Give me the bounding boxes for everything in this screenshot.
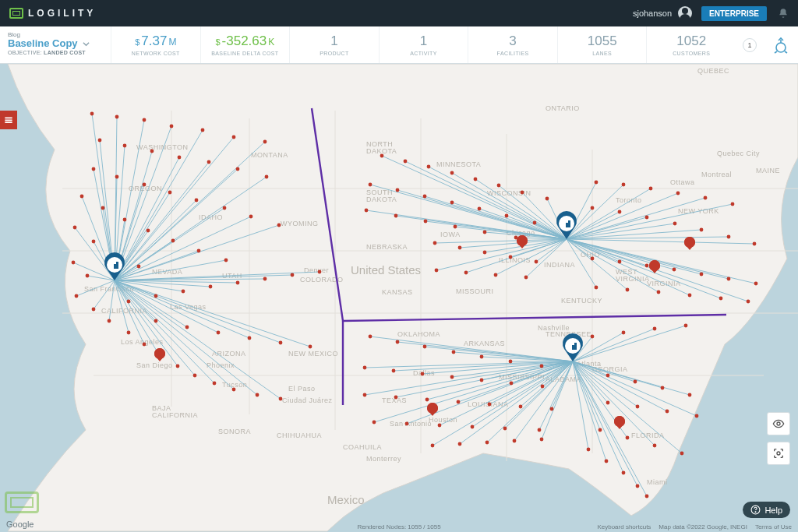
- svg-point-328: [727, 235, 731, 239]
- svg-point-256: [115, 175, 119, 179]
- svg-point-333: [676, 192, 680, 196]
- svg-point-291: [209, 285, 213, 289]
- metric-baseline-delta[interactable]: $-352.63K BASELINE DELTA COST: [200, 26, 290, 63]
- brand-name: LOGILITY: [28, 8, 96, 19]
- svg-point-396: [680, 452, 684, 456]
- svg-point-311: [396, 188, 400, 192]
- svg-point-301: [309, 345, 312, 349]
- logo-mark-icon: [9, 8, 23, 19]
- metric-network-cost[interactable]: $7.37M NETWORK COST: [111, 26, 200, 63]
- svg-point-336: [433, 241, 437, 245]
- svg-point-399: [622, 471, 626, 475]
- current-user[interactable]: sjohanson: [633, 9, 672, 18]
- svg-point-343: [645, 264, 649, 268]
- terms-link[interactable]: Terms of Use: [755, 523, 792, 530]
- metric-activity[interactable]: 1 ACTIVITY: [379, 26, 468, 63]
- svg-point-361: [452, 351, 456, 354]
- svg-point-354: [657, 291, 661, 294]
- svg-point-344: [673, 268, 676, 272]
- svg-point-403: [458, 442, 462, 446]
- recenter-button[interactable]: [767, 442, 790, 465]
- app-topbar: LOGILITY sjohanson ENTERPRISE: [0, 0, 798, 26]
- svg-point-366: [392, 369, 396, 373]
- scenario-selector[interactable]: Blog Baseline Copy OBJECTIVE: LANDED COS…: [0, 26, 111, 63]
- metrics-ribbon: Blog Baseline Copy OBJECTIVE: LANDED COS…: [0, 26, 798, 64]
- svg-point-386: [634, 380, 637, 384]
- svg-point-390: [636, 405, 640, 409]
- svg-point-250: [150, 150, 154, 153]
- svg-point-375: [457, 400, 461, 404]
- user-avatar-icon[interactable]: [678, 6, 692, 20]
- svg-point-323: [591, 206, 595, 210]
- metric-product[interactable]: 1 PRODUCT: [289, 26, 379, 63]
- svg-point-283: [193, 374, 197, 378]
- svg-text:MAINE: MAINE: [756, 167, 780, 174]
- svg-point-244: [170, 125, 174, 129]
- svg-point-413: [649, 260, 660, 271]
- svg-point-381: [438, 424, 442, 428]
- map-canvas[interactable]: WASHINGTONMONTANANORTHDAKOTAOREGONIDAHOW…: [0, 64, 798, 532]
- svg-text:IOWA: IOWA: [440, 231, 461, 238]
- svg-point-317: [365, 209, 369, 213]
- brand-watermark-icon: [5, 491, 39, 513]
- toggle-visibility-button[interactable]: [767, 412, 790, 435]
- svg-point-248: [98, 139, 102, 143]
- svg-point-325: [645, 216, 649, 220]
- svg-point-352: [595, 286, 598, 290]
- svg-point-294: [291, 273, 295, 277]
- svg-point-306: [474, 178, 478, 181]
- svg-point-351: [524, 276, 528, 280]
- metric-facilities[interactable]: 3 FACILITIES: [468, 26, 557, 63]
- svg-point-359: [396, 340, 400, 344]
- svg-point-405: [513, 439, 517, 443]
- svg-point-266: [147, 229, 150, 233]
- svg-point-295: [318, 270, 322, 274]
- tier-button[interactable]: ENTERPRISE: [701, 6, 767, 21]
- network-map-svg: WASHINGTONMONTANANORTHDAKOTAOREGONIDAHOW…: [0, 64, 798, 532]
- metric-customers[interactable]: 1052 CUSTOMERS: [646, 26, 736, 63]
- svg-point-275: [86, 274, 90, 278]
- navigator-icon[interactable]: [764, 26, 798, 63]
- svg-point-327: [700, 228, 704, 232]
- svg-point-400: [636, 484, 640, 488]
- svg-text:CHIHUAHUA: CHIHUAHUA: [277, 432, 322, 439]
- keyboard-shortcuts-link[interactable]: Keyboard shortcuts: [597, 523, 651, 530]
- svg-point-335: [731, 203, 735, 206]
- rendered-nodes-status: Rendered Nodes: 1055 / 1055: [357, 523, 440, 530]
- svg-point-334: [704, 196, 708, 200]
- svg-text:ONTARIO: ONTARIO: [546, 104, 580, 112]
- alerts-badge[interactable]: 1: [736, 26, 764, 63]
- map-controls: [767, 412, 790, 465]
- metric-lanes[interactable]: 1055 LANES: [557, 26, 647, 63]
- svg-point-416: [614, 416, 625, 427]
- svg-point-349: [464, 271, 468, 275]
- svg-point-265: [123, 218, 127, 222]
- svg-point-383: [503, 427, 507, 431]
- svg-point-279: [127, 331, 131, 335]
- svg-text:VIRGINIA: VIRGINIA: [616, 275, 650, 283]
- svg-point-243: [143, 118, 147, 122]
- svg-point-395: [653, 444, 657, 448]
- help-button[interactable]: Help: [743, 502, 790, 518]
- svg-point-305: [450, 171, 454, 175]
- svg-text:KANSAS: KANSAS: [382, 288, 413, 296]
- layers-tab[interactable]: [0, 111, 17, 129]
- svg-text:Toronto: Toronto: [616, 196, 642, 204]
- svg-text:DAKOTA: DAKOTA: [366, 196, 397, 203]
- svg-text:ARKANSAS: ARKANSAS: [464, 340, 505, 347]
- svg-point-303: [404, 160, 408, 164]
- svg-point-309: [546, 197, 549, 201]
- brand-logo[interactable]: LOGILITY: [9, 8, 96, 19]
- svg-point-411: [154, 348, 165, 359]
- svg-point-251: [178, 156, 182, 160]
- svg-point-365: [363, 366, 367, 370]
- help-icon: [750, 505, 761, 515]
- svg-point-356: [719, 297, 723, 301]
- svg-point-259: [195, 199, 199, 203]
- notifications-bell-icon[interactable]: [778, 8, 789, 19]
- svg-text:NEW MEXICO: NEW MEXICO: [288, 350, 338, 358]
- svg-point-379: [373, 421, 376, 425]
- svg-point-372: [363, 393, 367, 397]
- svg-point-358: [369, 335, 373, 339]
- eye-icon: [772, 417, 785, 430]
